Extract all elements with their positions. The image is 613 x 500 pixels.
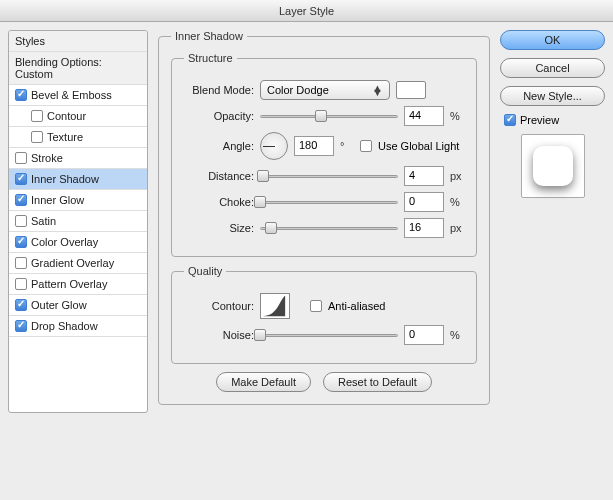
blend-mode-label: Blend Mode: xyxy=(184,84,254,96)
sidebar-item-outer-glow[interactable]: Outer Glow xyxy=(9,295,147,316)
effect-checkbox[interactable] xyxy=(31,110,43,122)
size-label: Size: xyxy=(184,222,254,234)
ok-button[interactable]: OK xyxy=(500,30,605,50)
window-title: Layer Style xyxy=(0,0,613,22)
sidebar-item-gradient-overlay[interactable]: Gradient Overlay xyxy=(9,253,147,274)
choke-input[interactable]: 0 xyxy=(404,192,444,212)
sidebar-item-label: Inner Glow xyxy=(31,194,84,206)
anti-aliased-checkbox[interactable] xyxy=(310,300,322,312)
styles-sidebar: Styles Blending Options: Custom Bevel & … xyxy=(8,30,148,413)
sidebar-item-pattern-overlay[interactable]: Pattern Overlay xyxy=(9,274,147,295)
chevron-updown-icon: ▲▼ xyxy=(372,86,383,94)
panel-title: Inner Shadow xyxy=(171,30,247,42)
sidebar-item-drop-shadow[interactable]: Drop Shadow xyxy=(9,316,147,337)
sidebar-item-contour[interactable]: Contour xyxy=(9,106,147,127)
sidebar-item-label: Satin xyxy=(31,215,56,227)
effect-checkbox[interactable] xyxy=(15,257,27,269)
sidebar-item-inner-glow[interactable]: Inner Glow xyxy=(9,190,147,211)
choke-slider[interactable] xyxy=(260,195,398,209)
angle-label: Angle: xyxy=(184,140,254,152)
effect-checkbox[interactable] xyxy=(15,299,27,311)
preview-checkbox[interactable] xyxy=(504,114,516,126)
new-style-button[interactable]: New Style... xyxy=(500,86,605,106)
sidebar-item-color-overlay[interactable]: Color Overlay xyxy=(9,232,147,253)
structure-group: Structure Blend Mode: Color Dodge ▲▼ Opa… xyxy=(171,52,477,257)
reset-default-button[interactable]: Reset to Default xyxy=(323,372,432,392)
effect-checkbox[interactable] xyxy=(15,173,27,185)
opacity-slider[interactable] xyxy=(260,109,398,123)
sidebar-item-label: Bevel & Emboss xyxy=(31,89,112,101)
noise-label: Noise: xyxy=(184,329,254,341)
quality-group: Quality Contour: Anti-aliased Noise: 0 xyxy=(171,265,477,364)
preview-thumbnail xyxy=(521,134,585,198)
contour-picker[interactable] xyxy=(260,293,290,319)
size-input[interactable]: 16 xyxy=(404,218,444,238)
effect-checkbox[interactable] xyxy=(15,215,27,227)
effect-checkbox[interactable] xyxy=(15,236,27,248)
sidebar-item-label: Outer Glow xyxy=(31,299,87,311)
sidebar-item-label: Color Overlay xyxy=(31,236,98,248)
inner-shadow-panel: Inner Shadow Structure Blend Mode: Color… xyxy=(158,30,490,405)
sidebar-item-label: Stroke xyxy=(31,152,63,164)
contour-label: Contour: xyxy=(184,300,254,312)
effect-checkbox[interactable] xyxy=(15,278,27,290)
sidebar-item-label: Gradient Overlay xyxy=(31,257,114,269)
structure-legend: Structure xyxy=(184,52,237,64)
sidebar-blending-options[interactable]: Blending Options: Custom xyxy=(9,52,147,85)
angle-unit: ° xyxy=(340,140,354,152)
sidebar-item-label: Contour xyxy=(47,110,86,122)
opacity-label: Opacity: xyxy=(184,110,254,122)
effect-checkbox[interactable] xyxy=(15,89,27,101)
sidebar-item-satin[interactable]: Satin xyxy=(9,211,147,232)
anti-aliased-label: Anti-aliased xyxy=(328,300,385,312)
sidebar-item-bevel-emboss[interactable]: Bevel & Emboss xyxy=(9,85,147,106)
effect-checkbox[interactable] xyxy=(15,152,27,164)
preview-label: Preview xyxy=(520,114,559,126)
size-slider[interactable] xyxy=(260,221,398,235)
effect-checkbox[interactable] xyxy=(15,194,27,206)
shadow-color-swatch[interactable] xyxy=(396,81,426,99)
sidebar-item-label: Texture xyxy=(47,131,83,143)
choke-label: Choke: xyxy=(184,196,254,208)
blend-mode-select[interactable]: Color Dodge ▲▼ xyxy=(260,80,390,100)
sidebar-styles-header[interactable]: Styles xyxy=(9,31,147,52)
distance-slider[interactable] xyxy=(260,169,398,183)
sidebar-item-label: Drop Shadow xyxy=(31,320,98,332)
sidebar-item-label: Pattern Overlay xyxy=(31,278,107,290)
effect-checkbox[interactable] xyxy=(15,320,27,332)
distance-label: Distance: xyxy=(184,170,254,182)
noise-slider[interactable] xyxy=(260,328,398,342)
size-unit: px xyxy=(450,222,464,234)
sidebar-item-inner-shadow[interactable]: Inner Shadow xyxy=(9,169,147,190)
angle-dial[interactable] xyxy=(260,132,288,160)
noise-unit: % xyxy=(450,329,464,341)
sidebar-item-label: Inner Shadow xyxy=(31,173,99,185)
sidebar-item-texture[interactable]: Texture xyxy=(9,127,147,148)
use-global-light-label: Use Global Light xyxy=(378,140,459,152)
sidebar-item-stroke[interactable]: Stroke xyxy=(9,148,147,169)
distance-unit: px xyxy=(450,170,464,182)
choke-unit: % xyxy=(450,196,464,208)
effect-checkbox[interactable] xyxy=(31,131,43,143)
cancel-button[interactable]: Cancel xyxy=(500,58,605,78)
use-global-light-checkbox[interactable] xyxy=(360,140,372,152)
make-default-button[interactable]: Make Default xyxy=(216,372,311,392)
opacity-input[interactable]: 44 xyxy=(404,106,444,126)
blend-mode-value: Color Dodge xyxy=(267,84,329,96)
noise-input[interactable]: 0 xyxy=(404,325,444,345)
distance-input[interactable]: 4 xyxy=(404,166,444,186)
angle-input[interactable]: 180 xyxy=(294,136,334,156)
quality-legend: Quality xyxy=(184,265,226,277)
opacity-unit: % xyxy=(450,110,464,122)
